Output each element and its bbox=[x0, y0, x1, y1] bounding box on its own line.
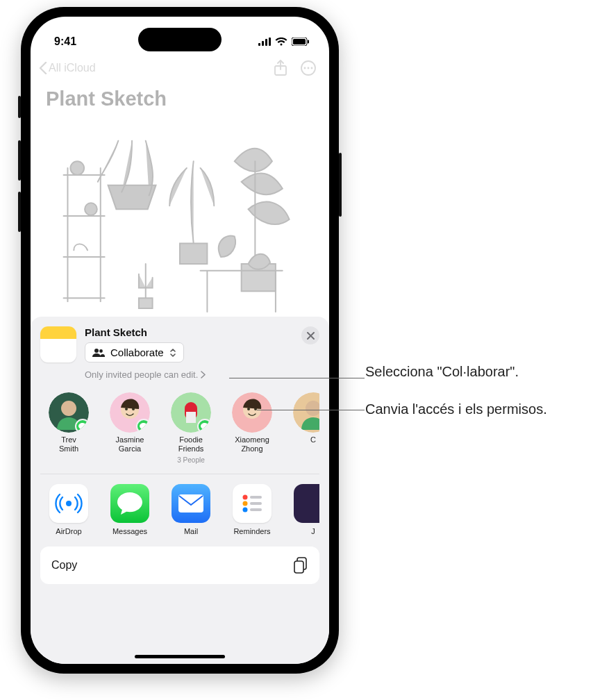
power-button bbox=[339, 153, 342, 217]
close-icon bbox=[307, 332, 315, 340]
battery-icon bbox=[292, 38, 310, 46]
contact-item[interactable]: FoodieFriends3 People bbox=[164, 392, 218, 464]
svg-rect-25 bbox=[186, 412, 196, 423]
notes-app-icon bbox=[40, 326, 76, 362]
svg-point-13 bbox=[70, 161, 84, 175]
chevron-right-icon bbox=[201, 371, 206, 378]
contact-name: JasmineGarcia bbox=[116, 435, 144, 453]
svg-point-36 bbox=[243, 508, 248, 512]
copy-label: Copy bbox=[51, 559, 77, 572]
avatar bbox=[171, 392, 211, 433]
plant-sketch-image bbox=[43, 119, 317, 313]
svg-point-32 bbox=[66, 501, 72, 506]
contact-item[interactable]: JasmineGarcia bbox=[103, 392, 157, 464]
callout-text: Selecciona "Col·laborar". bbox=[365, 362, 519, 381]
contact-name: TrevSmith bbox=[59, 435, 78, 453]
contact-item[interactable]: XiaomengZhong bbox=[225, 392, 279, 464]
messages-badge-icon bbox=[136, 419, 150, 433]
share-icon[interactable] bbox=[274, 60, 287, 76]
app-label: Mail bbox=[184, 527, 198, 535]
app-item-mail[interactable]: Mail bbox=[164, 484, 218, 535]
home-indicator[interactable] bbox=[135, 655, 225, 658]
note-body bbox=[31, 115, 329, 317]
dynamic-island bbox=[138, 28, 222, 51]
svg-rect-0 bbox=[258, 43, 260, 46]
contact-subtitle: 3 People bbox=[177, 456, 204, 464]
screen: 9:41 All iCloud Plant Sketch bbox=[31, 17, 329, 664]
permissions-label: Only invited people can edit. bbox=[85, 369, 198, 380]
share-sheet: Plant Sketch Collaborate Only invited pe… bbox=[31, 317, 329, 664]
updown-chevron-icon bbox=[169, 348, 176, 358]
status-time: 9:41 bbox=[54, 35, 76, 48]
app-label: AirDrop bbox=[56, 527, 81, 535]
svg-rect-39 bbox=[250, 508, 262, 511]
contact-name: FoodieFriends bbox=[178, 435, 204, 453]
volume-up-button bbox=[18, 140, 21, 181]
nav-bar: All iCloud bbox=[31, 54, 329, 82]
messages-icon bbox=[110, 484, 149, 523]
mail-icon bbox=[172, 484, 210, 523]
contacts-row: TrevSmithJasmineGarciaFoodieFriends3 Peo… bbox=[40, 387, 319, 474]
app-label: Messages bbox=[112, 527, 147, 535]
callout-text: Canvia l'accés i els permisos. bbox=[365, 400, 547, 419]
svg-rect-3 bbox=[269, 38, 271, 46]
cellular-icon bbox=[258, 38, 271, 46]
svg-rect-2 bbox=[265, 39, 267, 46]
volume-down-button bbox=[18, 192, 21, 232]
app-item-reminders[interactable]: Reminders bbox=[225, 484, 279, 535]
apps-row: AirDropMessagesMailRemindersJ bbox=[40, 474, 319, 545]
avatar bbox=[49, 392, 89, 433]
avatar bbox=[110, 392, 150, 433]
messages-badge-icon bbox=[197, 419, 211, 433]
collaborate-selector[interactable]: Collaborate bbox=[85, 342, 184, 362]
svg-point-15 bbox=[94, 349, 99, 353]
svg-rect-37 bbox=[250, 496, 262, 499]
back-button[interactable]: All iCloud bbox=[39, 62, 96, 74]
wifi-icon bbox=[275, 38, 287, 46]
close-button[interactable] bbox=[301, 326, 319, 344]
contact-name: C bbox=[310, 435, 316, 444]
svg-rect-33 bbox=[178, 494, 203, 512]
reminders-icon bbox=[233, 484, 272, 523]
contact-item[interactable]: TrevSmith bbox=[42, 392, 96, 464]
page-title: Plant Sketch bbox=[31, 82, 329, 115]
app-item-airdrop[interactable]: AirDrop bbox=[42, 484, 96, 535]
svg-point-18 bbox=[61, 401, 76, 416]
callout-line bbox=[257, 410, 365, 410]
svg-point-35 bbox=[243, 501, 248, 506]
app-item-partial[interactable]: J bbox=[286, 484, 319, 535]
svg-rect-6 bbox=[308, 40, 309, 44]
avatar bbox=[232, 392, 272, 433]
more-icon[interactable] bbox=[300, 60, 317, 76]
collaborate-label: Collaborate bbox=[110, 347, 164, 358]
svg-rect-41 bbox=[294, 561, 303, 573]
iphone-frame: 9:41 All iCloud Plant Sketch bbox=[21, 7, 339, 674]
side-button bbox=[18, 96, 21, 118]
svg-point-14 bbox=[85, 203, 97, 215]
svg-rect-38 bbox=[250, 502, 262, 505]
svg-point-34 bbox=[243, 495, 248, 500]
action-list: Copy bbox=[40, 547, 319, 584]
svg-point-9 bbox=[304, 67, 306, 69]
svg-rect-1 bbox=[262, 41, 264, 46]
back-label: All iCloud bbox=[49, 62, 96, 74]
svg-point-10 bbox=[308, 67, 310, 69]
contact-name: XiaomengZhong bbox=[235, 435, 269, 453]
share-sheet-title: Plant Sketch bbox=[85, 326, 293, 338]
contact-item[interactable]: C bbox=[286, 392, 319, 464]
chevron-left-icon bbox=[39, 62, 47, 74]
app-label: J bbox=[311, 527, 315, 535]
people-icon bbox=[92, 348, 105, 357]
airdrop-icon bbox=[49, 484, 88, 523]
svg-rect-5 bbox=[293, 39, 306, 44]
copy-icon bbox=[293, 557, 308, 574]
svg-point-11 bbox=[311, 67, 313, 69]
messages-badge-icon bbox=[75, 419, 89, 433]
app-item-messages[interactable]: Messages bbox=[103, 484, 157, 535]
app-label: Reminders bbox=[233, 527, 270, 535]
svg-point-16 bbox=[99, 349, 103, 353]
copy-action[interactable]: Copy bbox=[40, 547, 319, 584]
partial-icon bbox=[294, 484, 319, 523]
callout-line bbox=[229, 378, 365, 378]
avatar bbox=[293, 392, 319, 433]
